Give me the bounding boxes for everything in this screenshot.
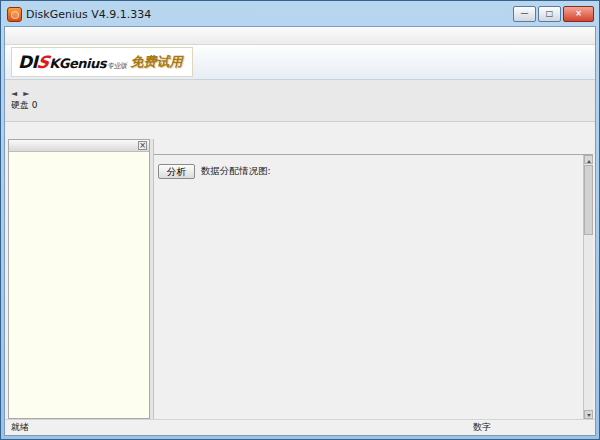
analyze-button[interactable]: 分析 [158,164,195,179]
close-button[interactable]: × [563,6,594,22]
status-text: 就绪 [11,421,29,434]
prev-disk-icon[interactable]: ◄ [11,89,17,98]
title-bar[interactable]: DiskGenius V4.9.1.334 — □ × [4,4,596,26]
partition-tree-panel: × [8,139,150,419]
panel-close-icon[interactable]: × [138,141,147,150]
disk-overview: ◄ ► 硬盘 0 [5,80,595,122]
scroll-thumb[interactable] [584,165,593,235]
promo-banner[interactable]: DISKGenius专业版 免费试用 [11,47,193,77]
tree-panel-header: × [9,140,149,152]
disk-label: 硬盘 0 [11,99,55,112]
toolbar: DISKGenius专业版 免费试用 [5,45,595,80]
status-bar: 就绪 数字 [5,419,595,435]
vertical-scrollbar[interactable] [583,155,593,419]
tab-content: 分析 数据分配情况图: [154,155,593,419]
app-icon [7,7,22,22]
menu-bar [5,27,595,45]
client-area: DISKGenius专业版 免费试用 ◄ ► 硬盘 0 × [4,26,596,436]
allocation-caption: 数据分配情况图: [201,165,271,178]
edition-label: 专业版 [107,62,127,70]
partition-tree [9,152,149,154]
tab-bar [154,139,593,155]
minimize-button[interactable]: — [513,6,536,22]
logo-text-suffix: KGenius [49,56,106,71]
window-title: DiskGenius V4.9.1.334 [26,8,513,21]
app-window: DiskGenius V4.9.1.334 — □ × DISKGenius专业… [0,0,600,440]
diskgenius-logo: DISKGenius专业版 [18,52,126,72]
scroll-up-icon[interactable] [584,155,593,164]
status-indicator: 数字 [473,421,491,434]
disk-navigator: ◄ ► 硬盘 0 [9,81,55,119]
free-trial-text: 免费试用 [130,53,182,71]
main-area: × 分析 数据分配情况图: [5,138,595,419]
disk-info-line [5,122,595,138]
next-disk-icon[interactable]: ► [23,89,29,98]
maximize-button[interactable]: □ [538,6,561,22]
detail-panel: 分析 数据分配情况图: [154,139,593,419]
scroll-down-icon[interactable] [584,410,593,419]
